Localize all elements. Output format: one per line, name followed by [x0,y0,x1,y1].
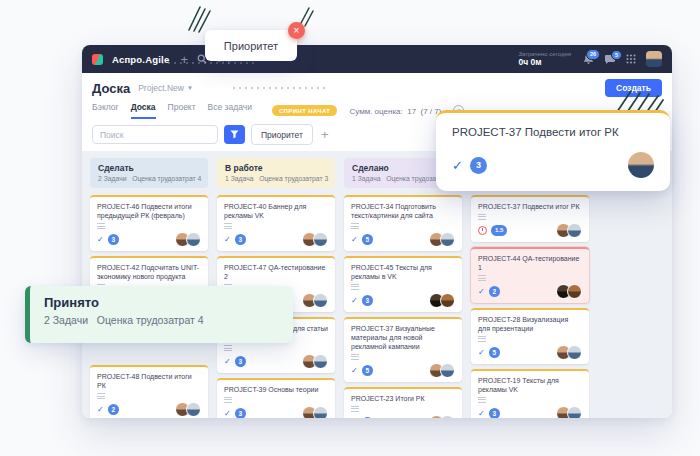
top-navigation-bar: Аспро.Agile + Спринты Затрачено сегодня … [82,45,672,73]
chat-icon[interactable]: 5 [604,54,616,65]
task-card[interactable]: PROJECT-46 Подвести итоги предыдущей РК … [90,195,208,251]
assignee-avatars [306,293,328,308]
task-card[interactable]: PROJECT-37 Визуальные материалы для ново… [344,317,462,382]
estimate-badge: 3 [489,408,500,418]
description-icon [478,336,486,342]
task-card[interactable]: PROJECT-23 Итоги РК✓6 [344,387,462,418]
description-icon [351,284,359,290]
estimate-badge: 5 [362,365,373,376]
assignee-avatars [433,415,455,418]
avatar [186,232,201,247]
description-icon [351,354,359,360]
column-meta: 1 Задача Оценка трудозатрат 3 [225,175,327,182]
assignee-avatars [560,406,582,418]
avatar [440,232,455,247]
task-card[interactable]: PROJECT-48 Подвести итоги РК✓2 [90,365,208,418]
task-footer: ✓3 [351,294,455,307]
task-card[interactable]: PROJECT-45 Тексты для рекламы в VK✓3 [344,256,462,312]
task-footer: ✓3 [97,233,201,246]
task-title: PROJECT-23 Итоги РК [351,394,455,403]
assignee-avatar [628,152,654,178]
task-footer: ✓3 [224,407,328,418]
apps-grid-icon[interactable] [626,54,636,64]
done-check-icon: ✓ [478,410,485,418]
task-card[interactable]: PROJECT-39 Основы теории✓3 [217,378,335,418]
description-icon [478,214,486,220]
assignee-avatars [560,345,582,360]
tab-бэклог[interactable]: Бэклог [92,102,119,119]
task-card[interactable]: PROJECT-40 Баннер для рекламы VK✓3 [217,195,335,251]
description-icon [224,223,232,229]
column-header[interactable]: Сделать2 Задачи Оценка трудозатрат 4 [90,158,208,188]
task-card[interactable]: PROJECT-28 Визуализация для презентации✓… [471,308,589,364]
priority-tooltip: Приоритет × [205,30,297,61]
description-icon [224,345,232,351]
task-title: PROJECT-37 Подвести итог РК [478,202,582,211]
estimate-badge: 3 [235,356,246,367]
add-filter-button[interactable]: + [319,128,331,141]
callout-subtitle: 2 Задачи Оценка трудозатрат 4 [44,314,279,326]
tab-доска[interactable]: Доска [131,102,156,119]
priority-filter-chip[interactable]: Приоритет [251,124,313,145]
app-window: Аспро.Agile + Спринты Затрачено сегодня … [82,45,672,418]
task-card[interactable]: PROJECT-44 QA-тестирование 1✓2 [471,247,589,303]
filter-funnel-button[interactable] [224,125,245,144]
avatar [567,223,582,238]
description-icon [97,223,105,229]
task-card[interactable]: PROJECT-34 Подготовить текст/картинки дл… [344,195,462,251]
sprint-status-badge: СПРИНТ НАЧАТ [272,105,338,116]
user-avatar[interactable] [646,51,662,67]
task-title: PROJECT-28 Визуализация для презентации [478,315,582,333]
task-title: PROJECT-45 Тексты для рекламы в VK [351,263,455,281]
done-check-icon: ✓ [351,297,358,305]
column-header[interactable]: В работе1 Задача Оценка трудозатрат 3 [217,158,335,188]
task-popup-card[interactable]: PROJECT-37 Подвести итог РК ✓ 3 [436,110,670,191]
task-footer: ✓6 [351,416,455,418]
task-footer: ✓3 [478,407,582,418]
board-header: Доска Project.New ▼ Создать [82,73,672,100]
assignee-avatars [306,232,328,247]
done-check-icon: ✓ [224,236,231,244]
column-name: Сделать [98,163,200,173]
description-icon [97,393,105,399]
column-cards: PROJECT-37 Подвести итог РК1.5PROJECT-44… [471,195,589,418]
description-icon [478,275,486,281]
task-title: PROJECT-44 QA-тестирование 1 [478,254,582,272]
task-footer: ✓3 [224,355,328,368]
board-column: Сделано1 Задача Оценка трудозатрат 6PROJ… [344,158,462,418]
chat-badge: 5 [611,50,622,61]
estimate-badge: 2 [489,286,500,297]
task-card[interactable]: PROJECT-37 Подвести итог РК1.5 [471,195,589,242]
task-title: PROJECT-40 Баннер для рекламы VK [224,202,328,220]
task-title: PROJECT-19 Тексты для рекламы VK [478,376,582,394]
assignee-avatars [306,354,328,369]
column-name: В работе [225,163,327,173]
done-check-icon: ✓ [351,236,358,244]
done-check-icon: ✓ [452,158,463,173]
avatar [186,402,201,417]
task-footer: ✓5 [351,364,455,377]
project-selector[interactable]: Project.New ▼ [138,83,193,93]
description-icon [351,406,359,412]
dotted-decoration [233,87,325,89]
task-footer: ✓5 [478,346,582,359]
task-card[interactable]: PROJECT-19 Тексты для рекламы VK✓3 [471,369,589,418]
estimate-badge: 3 [235,408,246,418]
task-footer: ✓2 [478,285,582,298]
bell-icon[interactable]: 26 [583,53,594,65]
page-canvas: Аспро.Agile + Спринты Затрачено сегодня … [0,0,700,456]
close-icon[interactable]: × [288,22,305,39]
sprint-summary: Сумм. оценка: 17 (7 / 7) [349,107,441,116]
time-value: 0ч 0м [518,58,571,68]
column-cards: PROJECT-34 Подготовить текст/картинки дл… [344,195,462,418]
estimate-badge: 3 [235,234,246,245]
task-title: PROJECT-34 Подготовить текст/картинки дл… [351,202,455,220]
estimate-badge: 5 [489,347,500,358]
tab-проект[interactable]: Проект [168,102,196,119]
tab-все-задачи[interactable]: Все задачи [208,102,252,119]
avatar [313,354,328,369]
task-footer: 1.5 [478,224,582,237]
task-title: PROJECT-47 QA-тестирование 2 [224,263,328,281]
search-input[interactable] [92,125,218,144]
task-title: PROJECT-39 Основы теории [224,385,328,394]
